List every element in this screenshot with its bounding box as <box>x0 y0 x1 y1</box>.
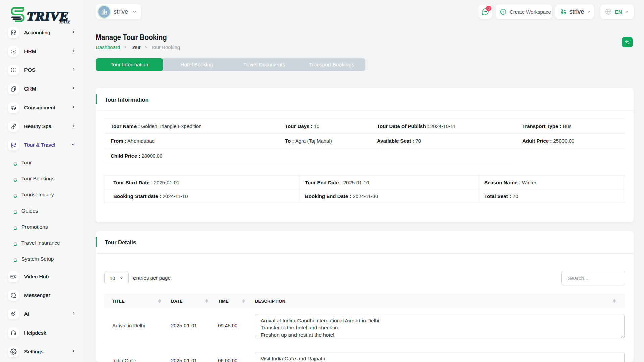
svg-text:MAKE: MAKE <box>59 20 71 24</box>
